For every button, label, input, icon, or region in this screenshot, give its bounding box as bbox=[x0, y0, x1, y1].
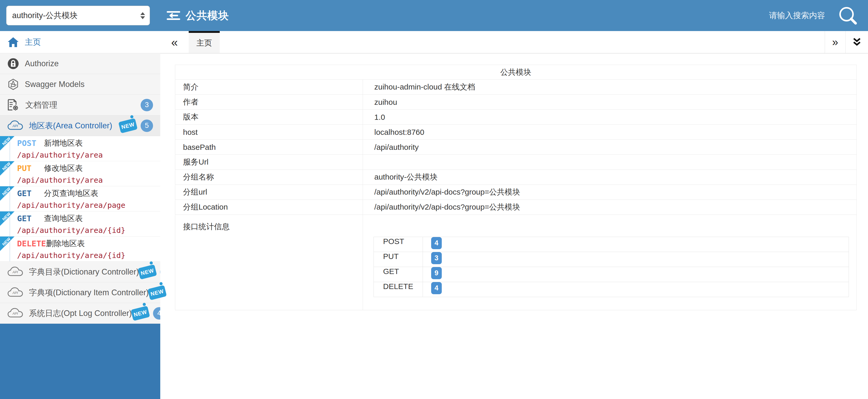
sidebar-controller-opt-log[interactable]: API 系统日志(Opt Log Controller) NEW 4 bbox=[0, 303, 160, 324]
stat-method: PUT bbox=[374, 252, 423, 267]
table-row: 作者 zuihou bbox=[175, 95, 857, 110]
table-row: host localhost:8760 bbox=[175, 125, 857, 140]
row-label: 分组url bbox=[175, 185, 363, 200]
new-tag: NEW bbox=[131, 306, 150, 321]
endpoint-page-area[interactable]: NEW GET 分页查询地区表 /api/authority/area/page bbox=[0, 186, 160, 211]
http-method: DELETE bbox=[17, 239, 46, 248]
svg-text:API: API bbox=[12, 312, 18, 315]
home-icon bbox=[7, 37, 19, 48]
collapse-tabs-icon[interactable] bbox=[846, 31, 868, 53]
table-row: 服务Url bbox=[175, 155, 857, 170]
search-input[interactable] bbox=[727, 11, 825, 20]
sidebar-item-authorize[interactable]: Authorize bbox=[0, 53, 160, 74]
cloud-api-icon: API bbox=[7, 266, 23, 278]
controller-label: 地区表(Area Controller) bbox=[29, 120, 112, 131]
row-label: 版本 bbox=[175, 110, 363, 125]
cloud-api-icon: API bbox=[7, 287, 23, 298]
row-value: /api/authority/v2/api-docs?group=公共模块 bbox=[363, 200, 857, 215]
stats-row-delete: DELETE 4 bbox=[374, 282, 849, 297]
endpoint-add-area[interactable]: NEW POST 新增地区表 /api/authority/area bbox=[0, 136, 160, 161]
endpoint-name: 新增地区表 bbox=[44, 138, 83, 148]
endpoint-path: /api/authority/area/{id} bbox=[17, 226, 160, 235]
tab-home[interactable]: 主页 bbox=[189, 31, 220, 53]
content-area: 公共模块 简介 zuihou-admin-cloud 在线文档 作者 zuiho… bbox=[160, 54, 868, 399]
sidebar-item-doc-manage[interactable]: 文档管理 3 bbox=[0, 95, 160, 115]
sidebar-item-label: 文档管理 bbox=[25, 99, 57, 111]
stats-row-post: POST 4 bbox=[374, 237, 849, 252]
svg-text:API: API bbox=[12, 124, 18, 128]
endpoint-path: /api/authority/area bbox=[17, 176, 160, 184]
endpoint-path: /api/authority/area/page bbox=[17, 201, 160, 209]
lock-icon bbox=[7, 58, 19, 69]
sidebar-item-home[interactable]: 主页 bbox=[0, 31, 160, 53]
endpoint-path: /api/authority/area/{id} bbox=[17, 251, 160, 260]
sidebar-filler bbox=[0, 324, 160, 399]
endpoint-name: 分页查询地区表 bbox=[44, 188, 98, 199]
endpoint-name: 删除地区表 bbox=[46, 238, 85, 249]
menu-lines-icon bbox=[166, 10, 180, 21]
table-row: 版本 1.0 bbox=[175, 110, 857, 125]
controller-label: 系统日志(Opt Log Controller) bbox=[29, 308, 132, 319]
http-method: GET bbox=[17, 189, 44, 198]
search-icon[interactable] bbox=[838, 6, 858, 25]
app-title: 公共模块 bbox=[166, 8, 229, 23]
endpoint-name: 查询地区表 bbox=[44, 213, 83, 224]
endpoint-name: 修改地区表 bbox=[44, 163, 83, 174]
sidebar-controller-dictionary[interactable]: API 字典目录(Dictionary Controller) NEW 5 bbox=[0, 262, 160, 282]
new-ribbon-icon: NEW bbox=[0, 236, 14, 251]
table-row: 分组Location /api/authority/v2/api-docs?gr… bbox=[175, 200, 857, 215]
row-label: 分组Location bbox=[175, 200, 363, 215]
swagger-bootstrap-ui-app: authority-公共模块 公共模块 bbox=[0, 0, 868, 399]
row-value: zuihou bbox=[363, 95, 857, 110]
http-method: POST bbox=[17, 138, 44, 148]
new-ribbon-icon: NEW bbox=[0, 136, 14, 151]
stat-method: GET bbox=[374, 267, 423, 282]
http-method: PUT bbox=[17, 164, 44, 173]
sidebar: 主页 Authorize bbox=[0, 31, 160, 399]
stats-row-put: PUT 3 bbox=[374, 252, 849, 267]
row-value: /api/authority/v2/api-docs?group=公共模块 bbox=[363, 185, 857, 200]
row-value bbox=[363, 155, 857, 170]
group-select-value: authority-公共模块 bbox=[12, 10, 141, 21]
hexagon-model-icon bbox=[7, 78, 19, 90]
stat-count-badge: 4 bbox=[431, 282, 442, 294]
sidebar-item-label: Swagger Models bbox=[25, 80, 85, 89]
sidebar-item-label: Authorize bbox=[25, 59, 59, 68]
new-ribbon-icon: NEW bbox=[0, 161, 14, 176]
tab-scroll-left-icon[interactable]: « bbox=[160, 31, 189, 53]
svg-text:API: API bbox=[12, 291, 18, 295]
cloud-api-icon: API bbox=[7, 308, 23, 319]
sidebar-item-swagger-models[interactable]: Swagger Models bbox=[0, 74, 160, 95]
new-ribbon-icon: NEW bbox=[0, 211, 14, 226]
cloud-api-icon: API bbox=[7, 120, 23, 132]
sidebar-controller-dictionary-item[interactable]: API 字典项(Dictionary Item Controller) NEW … bbox=[0, 282, 160, 303]
stat-count-badge: 4 bbox=[431, 237, 442, 249]
count-badge: 5 bbox=[141, 119, 153, 132]
row-label: host bbox=[175, 125, 363, 140]
tab-scroll-right-icon[interactable]: » bbox=[825, 31, 846, 53]
table-title: 公共模块 bbox=[175, 65, 857, 80]
endpoint-get-area[interactable]: NEW GET 查询地区表 /api/authority/area/{id} bbox=[0, 211, 160, 236]
endpoint-path: /api/authority/area bbox=[17, 151, 160, 160]
select-arrows-icon bbox=[141, 12, 145, 19]
group-select[interactable]: authority-公共模块 bbox=[6, 6, 150, 25]
svg-text:API: API bbox=[12, 270, 18, 274]
main-panel: « 主页 » 公共模块 简介 bbox=[160, 31, 868, 399]
new-tag: NEW bbox=[138, 264, 157, 280]
row-value: /api/authority bbox=[363, 140, 857, 155]
row-label: 作者 bbox=[175, 95, 363, 110]
row-value: zuihou-admin-cloud 在线文档 bbox=[363, 80, 857, 95]
sidebar-controller-area[interactable]: API 地区表(Area Controller) NEW 5 bbox=[0, 115, 160, 136]
stat-count-badge: 9 bbox=[431, 267, 442, 279]
row-value: 1.0 bbox=[363, 110, 857, 125]
endpoint-update-area[interactable]: NEW PUT 修改地区表 /api/authority/area bbox=[0, 161, 160, 186]
stat-method: DELETE bbox=[374, 282, 423, 297]
row-value: authority-公共模块 bbox=[363, 170, 857, 185]
stat-method: POST bbox=[374, 237, 423, 252]
endpoint-list: NEW POST 新增地区表 /api/authority/area NEW P… bbox=[0, 136, 160, 262]
table-row: basePath /api/authority bbox=[175, 140, 857, 155]
stats-row-get: GET 9 bbox=[374, 267, 849, 282]
row-label: 分组名称 bbox=[175, 170, 363, 185]
http-method: GET bbox=[17, 214, 44, 223]
endpoint-delete-area[interactable]: NEW DELETE 删除地区表 /api/authority/area/{id… bbox=[0, 236, 160, 262]
